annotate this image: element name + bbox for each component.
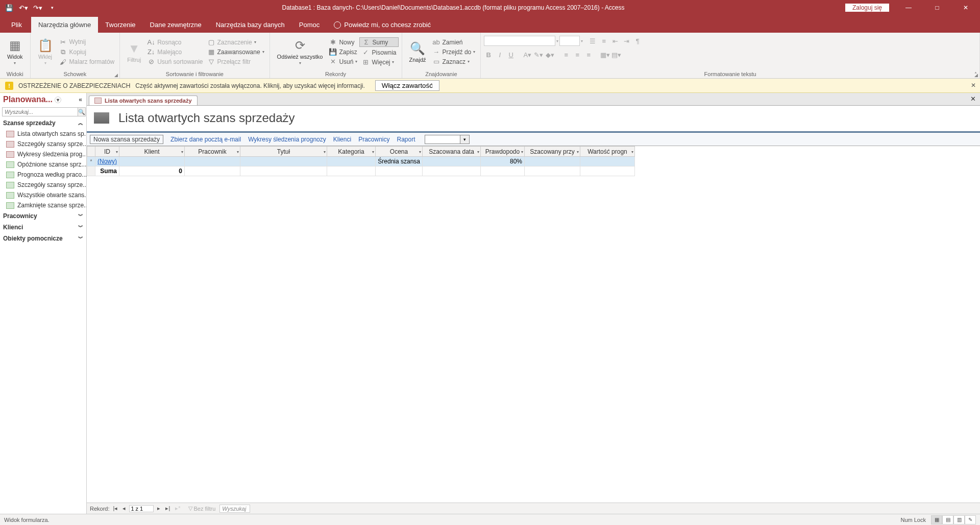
delete-record-button[interactable]: ✕Usuń	[327, 57, 359, 66]
design-view-icon[interactable]: ✎	[965, 515, 976, 524]
spelling-button[interactable]: ✓Pisownia	[359, 48, 398, 57]
select-button[interactable]: ▭Zaznacz	[430, 57, 478, 66]
save-record-button[interactable]: 💾Zapisz	[327, 47, 359, 56]
nav-item[interactable]: Wykresy śledzenia prog...	[0, 149, 86, 159]
tab-create[interactable]: Tworzenie	[98, 17, 142, 33]
collapse-ribbon-icon[interactable]: ˄	[974, 71, 977, 77]
cell-id[interactable]: (Nowy)	[95, 157, 119, 166]
nav-collapse-icon[interactable]: «	[78, 95, 83, 104]
col-pracownik[interactable]: Pracownik▾	[185, 147, 240, 157]
find-button[interactable]: 🔍 Znajdź	[405, 40, 430, 64]
nav-section-obiekty[interactable]: Obiekty pomocnicze︾	[0, 233, 86, 244]
first-record-icon[interactable]: |◂	[112, 505, 119, 512]
minimize-icon[interactable]: —	[899, 0, 918, 15]
filter-button[interactable]: ▼ Filtruj	[123, 40, 145, 64]
undo-icon[interactable]: ↶▾	[17, 2, 30, 14]
cell-ocena[interactable]: Średnia szansa	[376, 157, 423, 166]
dropdown-icon[interactable]: ▾	[324, 149, 326, 154]
qat-customize-icon[interactable]: ▾	[46, 2, 58, 14]
combo-dropdown-icon[interactable]: ▾	[460, 135, 470, 144]
report-combo[interactable]: ▾	[425, 135, 470, 144]
next-record-icon[interactable]: ▸	[156, 505, 162, 512]
highlight-icon[interactable]: ✎▾	[534, 51, 543, 59]
bullets-icon[interactable]: ☰	[588, 37, 597, 45]
numbering-icon[interactable]: ≡	[599, 37, 608, 45]
col-ocena[interactable]: Ocena▾	[376, 147, 423, 157]
tab-home[interactable]: Narzędzia główne	[31, 17, 98, 33]
cell[interactable]	[119, 157, 185, 166]
col-wartosc[interactable]: Wartość progn▾	[580, 147, 635, 157]
col-prawdop[interactable]: Prawdopodo▾	[481, 147, 525, 157]
nav-item[interactable]: Szczegóły szansy sprze...	[0, 180, 86, 190]
dropdown-icon[interactable]: ▾	[477, 149, 479, 154]
sort-desc-button[interactable]: Z↓Malejąco	[145, 47, 205, 56]
dropdown-icon[interactable]: ▾	[116, 149, 118, 154]
font-size-select[interactable]	[559, 36, 580, 46]
cell[interactable]	[580, 157, 635, 166]
nav-dropdown-icon[interactable]: ▾	[55, 97, 61, 103]
prev-record-icon[interactable]: ◂	[121, 505, 127, 512]
select-all[interactable]	[87, 147, 95, 157]
dropdown-icon[interactable]: ▾	[372, 149, 374, 154]
redo-icon[interactable]: ↷▾	[32, 2, 44, 14]
italic-icon[interactable]: I	[495, 51, 504, 59]
search-records-input[interactable]: Wyszukaj	[219, 505, 250, 513]
dialog-launcher-icon[interactable]: ◢	[114, 73, 118, 78]
nav-section-klienci[interactable]: Klienci︾	[0, 222, 86, 233]
enable-content-button[interactable]: Włącz zawartość	[375, 80, 439, 91]
cell[interactable]	[423, 157, 481, 166]
nav-item[interactable]: Opóźnione szanse sprz...	[0, 159, 86, 170]
new-record-nav-icon[interactable]: ▸*	[174, 505, 182, 512]
tab-external[interactable]: Dane zewnętrzne	[143, 17, 209, 33]
pracownicy-link[interactable]: Pracownicy	[358, 136, 389, 143]
selection-button[interactable]: ▢Zaznaczenie	[205, 38, 266, 46]
new-record-button[interactable]: ✱Nowy	[327, 38, 359, 46]
col-id[interactable]: ID▾	[95, 147, 119, 157]
dropdown-icon[interactable]: ▾	[237, 149, 239, 154]
datasheet-view-icon[interactable]: ▤	[942, 515, 953, 524]
cell[interactable]	[327, 157, 376, 166]
new-opportunity-button[interactable]: Nowa szansa sprzedaży	[90, 135, 163, 144]
maximize-icon[interactable]: □	[928, 0, 946, 15]
cell-prob[interactable]: 80%	[481, 157, 525, 166]
remove-sort-button[interactable]: ⊘Usuń sortowanie	[145, 57, 205, 66]
toggle-filter-button[interactable]: ▽Przełącz filtr	[205, 57, 266, 66]
indent-inc-icon[interactable]: ⇥	[622, 37, 631, 45]
nav-item[interactable]: Zamknięte szanse sprze...	[0, 200, 86, 210]
painter-button[interactable]: 🖌Malarz formatów	[57, 58, 117, 66]
layout-view-icon[interactable]: ▥	[953, 515, 965, 524]
alt-row-icon[interactable]: ▤▾	[611, 51, 621, 59]
sort-asc-button[interactable]: A↓Rosnąco	[145, 38, 205, 46]
cut-button[interactable]: ✂Wytnij	[57, 38, 117, 46]
font-color-icon[interactable]: A▾	[523, 51, 532, 59]
nav-item[interactable]: Lista otwartych szans sp...	[0, 129, 86, 139]
nav-search-input[interactable]	[2, 107, 78, 116]
replace-button[interactable]: abZamień	[430, 38, 478, 46]
align-right-icon[interactable]: ≡	[584, 51, 593, 59]
nav-item[interactable]: Szczegóły szansy sprze...	[0, 139, 86, 149]
underline-icon[interactable]: U	[506, 51, 516, 59]
record-position-input[interactable]	[129, 505, 154, 512]
row-selector[interactable]: *	[87, 157, 95, 166]
dropdown-icon[interactable]: ▾	[577, 149, 579, 154]
paste-button[interactable]: 📋 Wklej ▾	[34, 37, 57, 66]
align-left-icon[interactable]: ≡	[561, 51, 571, 59]
view-button[interactable]: ▦ Widok ▾	[3, 37, 27, 66]
raport-link[interactable]: Raport	[397, 136, 415, 143]
last-record-icon[interactable]: ▸|	[164, 505, 172, 512]
dropdown-icon[interactable]: ▾	[521, 149, 523, 154]
dropdown-icon[interactable]: ▾	[419, 149, 421, 154]
tab-dbtools[interactable]: Narzędzia bazy danych	[209, 17, 292, 33]
save-icon[interactable]: 💾	[3, 2, 15, 14]
col-klient[interactable]: Klient▾	[119, 147, 185, 157]
font-family-select[interactable]	[484, 36, 555, 46]
copy-button[interactable]: ⧉Kopiuj	[57, 47, 117, 57]
document-tab[interactable]: Lista otwartych szans sprzedaży	[89, 96, 198, 105]
nav-item[interactable]: Prognoza według praco...	[0, 170, 86, 180]
gridlines-icon[interactable]: ▦▾	[600, 51, 609, 59]
row-selector[interactable]	[87, 166, 95, 176]
dropdown-icon[interactable]: ▾	[181, 149, 183, 154]
nav-header[interactable]: Planowana... ▾ «	[0, 93, 86, 106]
login-button[interactable]: Zaloguj się	[845, 4, 889, 12]
email-collect-link[interactable]: Zbierz dane pocztą e-mail	[170, 136, 241, 143]
